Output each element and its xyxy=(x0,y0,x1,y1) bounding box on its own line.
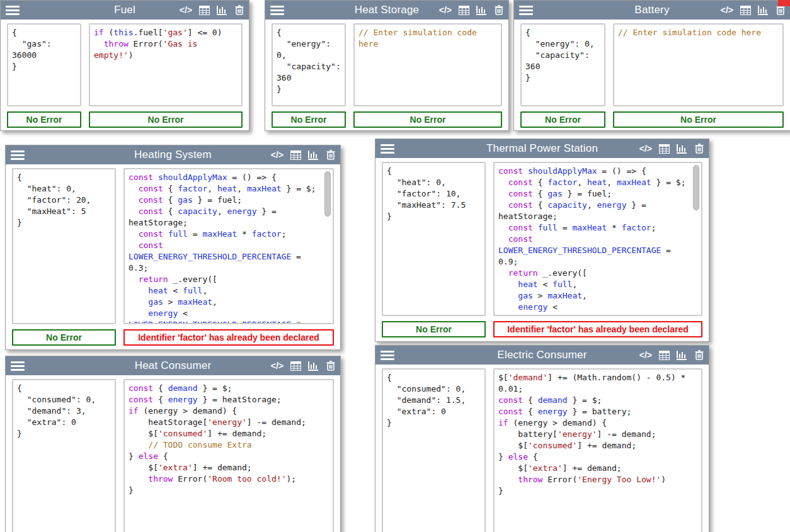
panel-heating-system: Heating System </> { "heat": 0, "factor"… xyxy=(5,145,341,350)
state-json-editor[interactable]: { "heat": 0, "factor": 10, "maxHeat": 7.… xyxy=(382,162,486,316)
json-status: No Error xyxy=(7,111,81,128)
code-status: No Error xyxy=(613,111,784,128)
panel-header: Heat Storage </> xyxy=(265,1,508,20)
code-status: Identifier 'factor' has already been dec… xyxy=(493,321,702,337)
table-view-icon[interactable] xyxy=(290,150,301,160)
panel-thermal-power-station: Thermal Power Station </> { "heat": 0, "… xyxy=(375,139,709,342)
state-json-editor[interactable]: { "consumed": 0, "demand": 3, "extra": 0… xyxy=(12,379,116,532)
table-view-icon[interactable] xyxy=(740,6,751,15)
json-status: No Error xyxy=(272,111,346,128)
chart-view-icon[interactable] xyxy=(476,5,488,15)
state-json-editor[interactable]: { "heat": 0, "factor": 20, "maxHeat": 5 … xyxy=(12,168,116,324)
simulation-code-editor[interactable]: // Enter simulation code here xyxy=(613,23,784,106)
simulation-code-editor[interactable]: const shouldApplyMax = () => { const { f… xyxy=(493,162,702,316)
state-json-editor[interactable]: { "gas": 36000 } xyxy=(7,23,81,106)
menu-icon[interactable] xyxy=(381,144,394,154)
chart-view-icon[interactable] xyxy=(677,144,688,154)
chart-view-icon[interactable] xyxy=(308,361,319,371)
trash-icon[interactable] xyxy=(326,150,335,160)
code-view-icon[interactable]: </> xyxy=(639,350,652,360)
code-view-icon[interactable]: </> xyxy=(180,5,192,15)
panel-header: Battery </> xyxy=(514,1,790,20)
state-json-editor[interactable]: { "energy": 0, "capacity": 360 } xyxy=(272,23,346,106)
code-view-icon[interactable]: </> xyxy=(439,5,452,15)
code-view-icon[interactable]: </> xyxy=(271,150,283,160)
simulation-code-editor[interactable]: const shouldApplyMax = () => { const { f… xyxy=(123,168,334,324)
scrollbar-thumb[interactable] xyxy=(324,171,331,217)
simulation-code-editor[interactable]: // Enter simulation code here xyxy=(353,23,502,106)
panel-heat-consumer: Heat Consumer </> { "consumed": 0, "dema… xyxy=(5,356,341,532)
table-view-icon[interactable] xyxy=(290,361,301,371)
json-status: No Error xyxy=(382,321,486,337)
trash-icon[interactable] xyxy=(695,144,704,154)
menu-icon[interactable] xyxy=(381,351,394,360)
trash-icon[interactable] xyxy=(326,361,335,371)
simulation-code-editor[interactable]: if (this.fuel['gas'] <= 0) throw Error('… xyxy=(89,23,243,106)
trash-icon[interactable] xyxy=(235,5,244,15)
panel-electric-consumer: Electric Consumer </> { "consumed": 0, "… xyxy=(375,345,709,532)
code-status: No Error xyxy=(353,111,502,128)
menu-icon[interactable] xyxy=(11,361,25,371)
table-view-icon[interactable] xyxy=(659,144,670,154)
panel-header: Heating System </> xyxy=(6,145,340,164)
code-status: Identifier 'factor' has already been dec… xyxy=(123,329,334,346)
table-view-icon[interactable] xyxy=(459,6,469,15)
scrollbar-thumb[interactable] xyxy=(693,165,699,210)
code-status: No Error xyxy=(89,111,243,128)
chart-view-icon[interactable] xyxy=(677,350,688,360)
menu-icon[interactable] xyxy=(519,6,533,15)
menu-icon[interactable] xyxy=(6,6,20,15)
panel-header: Thermal Power Station </> xyxy=(375,139,709,158)
table-view-icon[interactable] xyxy=(199,6,210,15)
json-status: No Error xyxy=(12,329,116,346)
panel-fuel: Fuel </> { "gas": 36000 } if (this.fuel[… xyxy=(0,0,249,131)
state-json-editor[interactable]: { "energy": 0, "capacity": 360 } xyxy=(520,23,605,106)
simulation-code-editor[interactable]: $['demand'] += (Math.random() - 0.5) * 0… xyxy=(493,368,702,532)
simulation-code-editor[interactable]: const { demand } = $; const { energy } =… xyxy=(123,379,334,532)
trash-icon[interactable] xyxy=(776,5,785,15)
panel-header: Electric Consumer </> xyxy=(375,346,709,365)
panel-header: Fuel </> xyxy=(1,1,249,20)
json-status: No Error xyxy=(520,111,605,128)
menu-icon[interactable] xyxy=(11,150,25,160)
panel-header: Heat Consumer </> xyxy=(6,356,340,375)
trash-icon[interactable] xyxy=(495,5,503,15)
code-view-icon[interactable]: </> xyxy=(639,144,652,154)
state-json-editor[interactable]: { "consumed": 0, "demand": 1.5, "extra":… xyxy=(382,368,486,532)
table-view-icon[interactable] xyxy=(659,351,670,360)
code-view-icon[interactable]: </> xyxy=(721,5,733,15)
trash-icon[interactable] xyxy=(695,350,704,360)
chart-view-icon[interactable] xyxy=(308,150,319,160)
panel-heat-storage: Heat Storage </> { "energy": 0, "capacit… xyxy=(265,0,509,131)
code-view-icon[interactable]: </> xyxy=(271,361,283,371)
panel-battery: Battery </> { "energy": 0, "capacity": 3… xyxy=(513,0,790,131)
menu-icon[interactable] xyxy=(270,6,284,15)
chart-view-icon[interactable] xyxy=(758,5,769,15)
corner-red-marker xyxy=(778,0,790,6)
chart-view-icon[interactable] xyxy=(217,5,228,15)
